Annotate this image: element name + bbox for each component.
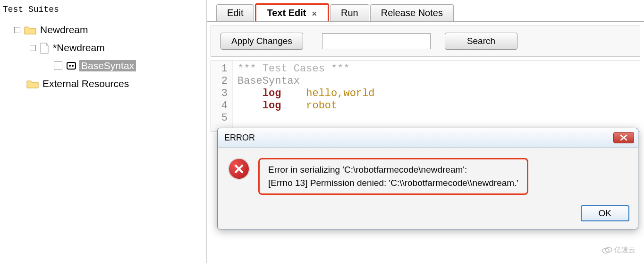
search-input[interactable] xyxy=(322,33,431,49)
tab-label: Release Notes xyxy=(381,8,443,18)
tab-label: Text Edit xyxy=(267,8,306,18)
error-dialog: ERROR Error in serializing 'C:\robotfarm… xyxy=(217,128,638,229)
tab-edit[interactable]: Edit xyxy=(216,4,254,21)
tree-item-external-resources[interactable]: External Resources xyxy=(42,78,129,89)
tab-release-notes[interactable]: Release Notes xyxy=(370,4,454,21)
expand-toggle[interactable]: − xyxy=(14,27,20,33)
dialog-close-button[interactable] xyxy=(613,132,634,143)
error-line: Error in serializing 'C:\robotfarmecode\… xyxy=(268,163,518,176)
search-button[interactable]: Search xyxy=(445,33,517,50)
test-suites-panel: Test Suites − Newdream − *Newdream xyxy=(0,0,207,263)
code-token: *** xyxy=(325,63,350,75)
tab-label: Run xyxy=(341,8,358,18)
tree-item-newdream[interactable]: Newdream xyxy=(40,24,88,35)
expand-toggle[interactable]: − xyxy=(30,45,36,51)
ok-button[interactable]: OK xyxy=(581,205,629,221)
code-token: hello,world xyxy=(306,88,374,99)
svg-point-1 xyxy=(69,65,71,67)
code-token: log xyxy=(263,100,281,112)
error-line: [Errno 13] Permission denied: 'C:\\robot… xyxy=(268,176,518,190)
svg-point-2 xyxy=(72,65,74,67)
tab-text-edit[interactable]: Text Edit ✕ xyxy=(255,3,329,21)
toolbar: Apply Changes Search xyxy=(211,26,640,57)
apply-changes-button[interactable]: Apply Changes xyxy=(220,33,303,50)
suite-tree: − Newdream − *Newdream BaseSyn xyxy=(0,21,206,93)
line-number: 3 xyxy=(211,88,228,100)
file-icon xyxy=(40,43,50,53)
testcase-checkbox[interactable] xyxy=(54,61,62,70)
folder-icon xyxy=(24,25,36,35)
tab-bar: Edit Text Edit ✕ Run Release Notes xyxy=(207,0,644,22)
line-number: 1 xyxy=(211,63,228,75)
line-number: 4 xyxy=(211,100,228,112)
tree-item-newdream-file[interactable]: *Newdream xyxy=(53,42,105,53)
code-token: *** xyxy=(237,63,263,75)
folder-icon xyxy=(26,79,39,88)
close-icon[interactable]: ✕ xyxy=(312,10,317,18)
line-gutter: 1 2 3 4 5 xyxy=(211,61,233,131)
svg-rect-0 xyxy=(67,62,76,69)
line-number: 5 xyxy=(211,112,228,124)
line-number: 2 xyxy=(211,75,228,88)
tab-run[interactable]: Run xyxy=(330,4,369,21)
error-icon xyxy=(228,158,250,180)
code-token: log xyxy=(263,88,281,99)
robot-icon xyxy=(66,61,76,71)
watermark-text: 亿速云 xyxy=(614,245,636,254)
panel-title: Test Suites xyxy=(0,2,206,21)
tree-item-basesyntax[interactable]: BaseSyntax xyxy=(79,60,136,71)
code-token: Test Cases xyxy=(263,63,325,75)
code-area[interactable]: *** Test Cases *** BaseSyntax log hello,… xyxy=(233,61,379,131)
error-message: Error in serializing 'C:\robotfarmecode\… xyxy=(258,158,528,195)
code-token: BaseSyntax xyxy=(237,75,300,87)
code-editor[interactable]: 1 2 3 4 5 *** Test Cases *** BaseSyntax … xyxy=(211,61,640,132)
watermark: 亿速云 xyxy=(602,245,636,254)
code-token: robot xyxy=(306,100,337,112)
dialog-title: ERROR xyxy=(224,133,255,143)
tab-label: Edit xyxy=(227,8,243,18)
